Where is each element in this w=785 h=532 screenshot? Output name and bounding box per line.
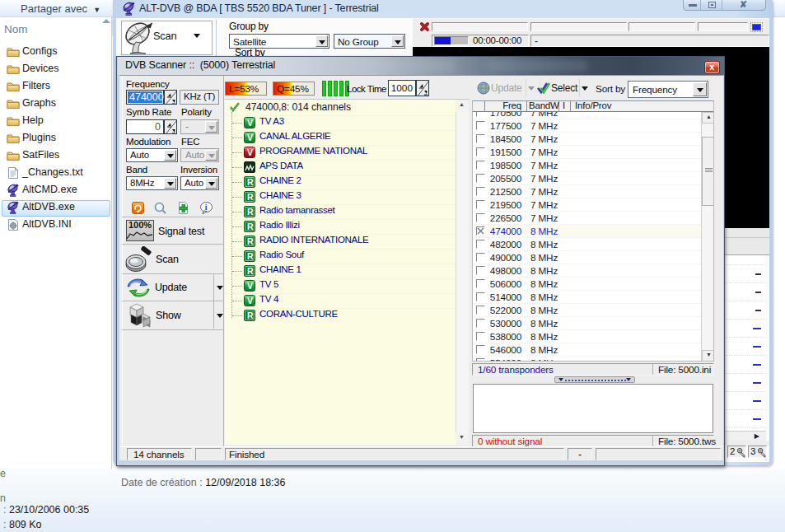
svg-text:i: i	[205, 203, 208, 212]
